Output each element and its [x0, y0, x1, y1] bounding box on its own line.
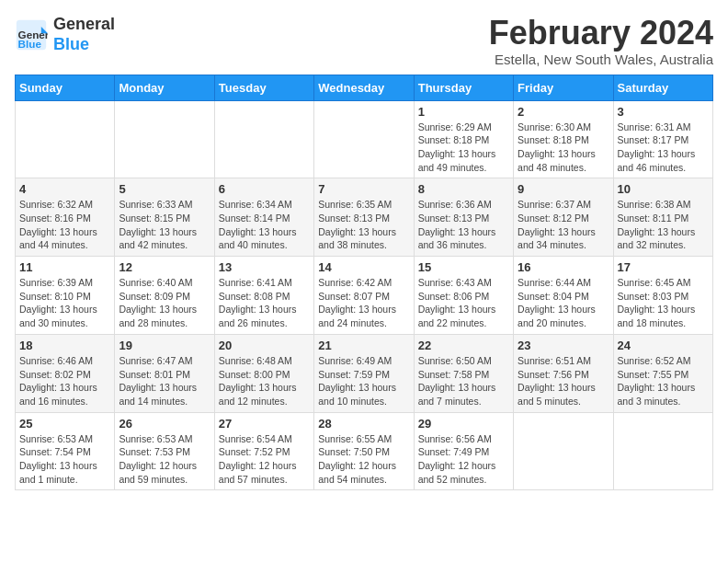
calendar-cell: 12Sunrise: 6:40 AM Sunset: 8:09 PM Dayli… — [115, 257, 214, 335]
calendar-cell: 9Sunrise: 6:37 AM Sunset: 8:12 PM Daylig… — [514, 178, 613, 257]
day-number: 6 — [219, 182, 310, 196]
day-info: Sunrise: 6:29 AM Sunset: 8:18 PM Dayligh… — [418, 121, 509, 175]
day-info: Sunrise: 6:46 AM Sunset: 8:02 PM Dayligh… — [19, 354, 110, 408]
day-info: Sunrise: 6:35 AM Sunset: 8:13 PM Dayligh… — [318, 198, 409, 252]
day-header-tuesday: Tuesday — [214, 75, 313, 100]
day-number: 3 — [618, 105, 709, 119]
calendar-cell: 6Sunrise: 6:34 AM Sunset: 8:14 PM Daylig… — [214, 178, 313, 257]
day-number: 14 — [318, 260, 409, 274]
day-number: 15 — [418, 260, 509, 274]
calendar-cell: 5Sunrise: 6:33 AM Sunset: 8:15 PM Daylig… — [115, 178, 214, 257]
day-header-friday: Friday — [514, 75, 613, 100]
calendar-cell — [514, 412, 613, 490]
day-number: 12 — [119, 260, 210, 274]
week-row-5: 25Sunrise: 6:53 AM Sunset: 7:54 PM Dayli… — [16, 412, 713, 490]
week-row-4: 18Sunrise: 6:46 AM Sunset: 8:02 PM Dayli… — [16, 334, 713, 412]
day-info: Sunrise: 6:56 AM Sunset: 7:49 PM Dayligh… — [418, 432, 509, 487]
day-header-saturday: Saturday — [613, 75, 712, 100]
month-title: February 2024 — [489, 15, 713, 52]
day-info: Sunrise: 6:49 AM Sunset: 7:59 PM Dayligh… — [318, 354, 409, 408]
day-number: 26 — [119, 417, 210, 431]
day-number: 27 — [219, 417, 310, 431]
calendar-cell: 3Sunrise: 6:31 AM Sunset: 8:17 PM Daylig… — [613, 100, 712, 178]
calendar-cell: 22Sunrise: 6:50 AM Sunset: 7:58 PM Dayli… — [414, 334, 513, 412]
calendar-cell: 2Sunrise: 6:30 AM Sunset: 8:18 PM Daylig… — [514, 100, 613, 178]
day-info: Sunrise: 6:52 AM Sunset: 7:55 PM Dayligh… — [618, 354, 709, 408]
calendar-header: SundayMondayTuesdayWednesdayThursdayFrid… — [16, 75, 713, 100]
day-info: Sunrise: 6:34 AM Sunset: 8:14 PM Dayligh… — [219, 198, 310, 252]
day-info: Sunrise: 6:30 AM Sunset: 8:18 PM Dayligh… — [518, 121, 609, 175]
calendar-cell: 16Sunrise: 6:44 AM Sunset: 8:04 PM Dayli… — [514, 257, 613, 335]
day-info: Sunrise: 6:37 AM Sunset: 8:12 PM Dayligh… — [518, 198, 609, 252]
day-header-monday: Monday — [115, 75, 214, 100]
day-number: 20 — [219, 339, 310, 352]
day-number: 25 — [19, 417, 110, 431]
day-number: 5 — [119, 182, 210, 196]
day-info: Sunrise: 6:40 AM Sunset: 8:09 PM Dayligh… — [119, 276, 210, 330]
calendar-table: SundayMondayTuesdayWednesdayThursdayFrid… — [15, 75, 713, 491]
calendar-cell — [613, 412, 712, 490]
day-info: Sunrise: 6:51 AM Sunset: 7:56 PM Dayligh… — [518, 354, 609, 408]
calendar-cell: 27Sunrise: 6:54 AM Sunset: 7:52 PM Dayli… — [214, 412, 313, 490]
day-header-thursday: Thursday — [414, 75, 513, 100]
day-number: 16 — [518, 260, 609, 274]
header-row: SundayMondayTuesdayWednesdayThursdayFrid… — [16, 75, 713, 100]
logo-icon: General Blue — [15, 18, 48, 52]
day-info: Sunrise: 6:53 AM Sunset: 7:54 PM Dayligh… — [19, 432, 110, 487]
day-info: Sunrise: 6:53 AM Sunset: 7:53 PM Dayligh… — [119, 432, 210, 487]
day-info: Sunrise: 6:50 AM Sunset: 7:58 PM Dayligh… — [418, 354, 509, 408]
day-number: 21 — [318, 339, 409, 352]
day-number: 19 — [119, 339, 210, 352]
calendar-cell: 25Sunrise: 6:53 AM Sunset: 7:54 PM Dayli… — [16, 412, 115, 490]
calendar-cell: 24Sunrise: 6:52 AM Sunset: 7:55 PM Dayli… — [613, 334, 712, 412]
calendar-cell: 11Sunrise: 6:39 AM Sunset: 8:10 PM Dayli… — [16, 257, 115, 335]
week-row-3: 11Sunrise: 6:39 AM Sunset: 8:10 PM Dayli… — [16, 257, 713, 335]
calendar-cell: 19Sunrise: 6:47 AM Sunset: 8:01 PM Dayli… — [115, 334, 214, 412]
calendar-cell: 21Sunrise: 6:49 AM Sunset: 7:59 PM Dayli… — [314, 334, 414, 412]
week-row-1: 1Sunrise: 6:29 AM Sunset: 8:18 PM Daylig… — [16, 100, 713, 178]
logo: General Blue General Blue — [15, 15, 115, 54]
day-number: 4 — [19, 182, 110, 196]
calendar-cell — [115, 100, 214, 178]
day-info: Sunrise: 6:41 AM Sunset: 8:08 PM Dayligh… — [219, 276, 310, 330]
week-row-2: 4Sunrise: 6:32 AM Sunset: 8:16 PM Daylig… — [16, 178, 713, 257]
calendar-cell: 13Sunrise: 6:41 AM Sunset: 8:08 PM Dayli… — [214, 257, 313, 335]
day-info: Sunrise: 6:47 AM Sunset: 8:01 PM Dayligh… — [119, 354, 210, 408]
calendar-cell: 18Sunrise: 6:46 AM Sunset: 8:02 PM Dayli… — [16, 334, 115, 412]
calendar-cell: 26Sunrise: 6:53 AM Sunset: 7:53 PM Dayli… — [115, 412, 214, 490]
location-title: Estella, New South Wales, Australia — [489, 52, 713, 67]
day-number: 29 — [418, 417, 509, 431]
calendar-cell: 1Sunrise: 6:29 AM Sunset: 8:18 PM Daylig… — [414, 100, 513, 178]
calendar-cell: 29Sunrise: 6:56 AM Sunset: 7:49 PM Dayli… — [414, 412, 513, 490]
day-info: Sunrise: 6:48 AM Sunset: 8:00 PM Dayligh… — [219, 354, 310, 408]
day-number: 8 — [418, 182, 509, 196]
title-area: February 2024 Estella, New South Wales, … — [489, 15, 713, 67]
day-number: 9 — [518, 182, 609, 196]
day-number: 13 — [219, 260, 310, 274]
logo-text: General Blue — [53, 15, 115, 54]
day-number: 7 — [318, 182, 409, 196]
day-info: Sunrise: 6:55 AM Sunset: 7:50 PM Dayligh… — [318, 432, 409, 487]
calendar-cell — [314, 100, 414, 178]
day-number: 10 — [618, 182, 709, 196]
calendar-cell: 4Sunrise: 6:32 AM Sunset: 8:16 PM Daylig… — [16, 178, 115, 257]
calendar-cell — [214, 100, 313, 178]
svg-text:Blue: Blue — [18, 37, 42, 49]
calendar-cell: 7Sunrise: 6:35 AM Sunset: 8:13 PM Daylig… — [314, 178, 414, 257]
day-info: Sunrise: 6:33 AM Sunset: 8:15 PM Dayligh… — [119, 198, 210, 252]
day-info: Sunrise: 6:36 AM Sunset: 8:13 PM Dayligh… — [418, 198, 509, 252]
calendar-cell: 17Sunrise: 6:45 AM Sunset: 8:03 PM Dayli… — [613, 257, 712, 335]
day-number: 22 — [418, 339, 509, 352]
day-info: Sunrise: 6:32 AM Sunset: 8:16 PM Dayligh… — [19, 198, 110, 252]
day-number: 11 — [19, 260, 110, 274]
calendar-cell: 20Sunrise: 6:48 AM Sunset: 8:00 PM Dayli… — [214, 334, 313, 412]
calendar-cell: 23Sunrise: 6:51 AM Sunset: 7:56 PM Dayli… — [514, 334, 613, 412]
day-info: Sunrise: 6:39 AM Sunset: 8:10 PM Dayligh… — [19, 276, 110, 330]
calendar-cell: 15Sunrise: 6:43 AM Sunset: 8:06 PM Dayli… — [414, 257, 513, 335]
logo-general: General — [53, 15, 115, 33]
day-number: 2 — [518, 105, 609, 119]
day-number: 1 — [418, 105, 509, 119]
calendar-cell: 10Sunrise: 6:38 AM Sunset: 8:11 PM Dayli… — [613, 178, 712, 257]
day-info: Sunrise: 6:38 AM Sunset: 8:11 PM Dayligh… — [618, 198, 709, 252]
day-info: Sunrise: 6:54 AM Sunset: 7:52 PM Dayligh… — [219, 432, 310, 487]
